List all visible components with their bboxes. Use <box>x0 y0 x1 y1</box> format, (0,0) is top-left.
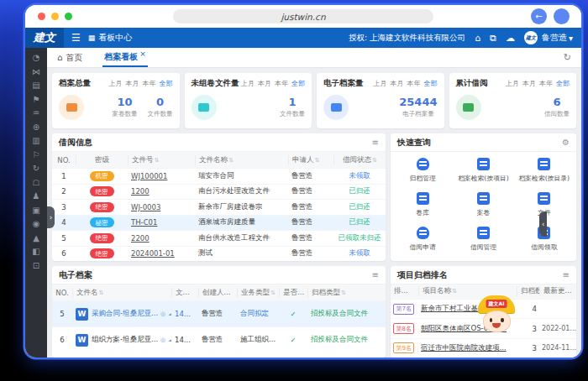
filter-last-month[interactable]: 上月 <box>109 79 123 88</box>
table-row-selected[interactable]: 4 秘密 TH-C01 酒泉城市房建质量 鲁营造 已归还 <box>52 215 386 231</box>
sort-icon[interactable]: ⇅ <box>315 157 320 164</box>
status-badge: 已归还 <box>333 202 386 212</box>
sort-icon[interactable]: ⇅ <box>99 290 104 296</box>
app-logo[interactable]: 建文 <box>25 28 64 48</box>
books-icon <box>456 95 481 120</box>
sort-icon[interactable]: ⇅ <box>155 157 160 164</box>
person-icon[interactable]: ♟ <box>33 192 40 201</box>
close-window-button[interactable] <box>38 13 45 20</box>
sort-icon[interactable]: ⇅ <box>341 290 346 296</box>
file-no-link[interactable]: 2200 <box>131 234 150 243</box>
file-name-link[interactable]: 采购合同-坦桑尼亚... <box>92 309 158 317</box>
table-row[interactable]: 2 绝密 1200 南台污水处理改造文件 鲁营造 已归还 <box>52 184 386 200</box>
filter-this-month[interactable]: 本月 <box>522 79 536 88</box>
address-bar[interactable]: justwin.cn <box>173 9 433 23</box>
cloud-icon[interactable]: ☁ <box>506 33 515 44</box>
file-no-link[interactable]: 1200 <box>131 187 150 196</box>
table-row[interactable]: 1 机密 WJ100001 瑞安市合同 鲁营造 未领取 <box>52 168 386 184</box>
sort-icon[interactable]: ⇅ <box>228 157 234 164</box>
refresh-icon[interactable]: ↻ <box>564 52 571 63</box>
menu-dashboard-center[interactable]: ▦ 看板中心 <box>88 32 133 44</box>
filter-this-year[interactable]: 本年 <box>539 79 553 88</box>
refresh-icon[interactable]: ↻ <box>33 164 39 173</box>
filter-this-year[interactable]: 本年 <box>275 79 288 88</box>
table-row[interactable]: 3 绝密 WJ-0003 新余市厂房建设卷宗 鲁营造 已归还 <box>52 199 386 215</box>
filter-last-month[interactable]: 上月 <box>241 79 255 88</box>
filter-all[interactable]: 全部 <box>291 79 305 88</box>
circle-button[interactable] <box>554 8 570 24</box>
gear-icon[interactable]: ⚙ <box>562 138 570 147</box>
share-icon[interactable]: ⋈ <box>32 68 40 76</box>
card-title: 未组卷文件量 <box>192 78 239 89</box>
panel-menu-icon[interactable]: ≡ <box>372 138 379 147</box>
filter-this-year[interactable]: 本年 <box>407 79 421 88</box>
briefcase-icon[interactable]: ▤ <box>32 81 39 90</box>
table-row[interactable]: 5 绝密 2200 南台供水改造工程文件 鲁营造 已领取未归还 <box>52 230 386 246</box>
table-row-selected[interactable]: 5 W 采购合同-坦桑尼亚... ◎☁ 14... 鲁营造 <box>52 300 386 326</box>
project-link[interactable]: 宿迁市中医院南院改建项... <box>421 343 507 352</box>
back-arrow-button[interactable]: ← <box>531 8 547 24</box>
table-row[interactable]: 6 绝密 2024001-01 测试 鲁营造 未领取 <box>52 246 386 262</box>
quick-item-search-by-catalog[interactable]: 档案检索(按目录) <box>514 154 575 188</box>
file-no-link[interactable]: WJ-0003 <box>131 203 160 211</box>
close-tab-icon[interactable]: × <box>139 50 146 58</box>
quick-item-borrow-mgmt[interactable]: 借阅管理 <box>453 222 513 256</box>
camera-icon[interactable]: ◧ <box>32 248 39 256</box>
file-no-link[interactable]: WJ100001 <box>131 172 167 180</box>
table-row[interactable]: 6 W 组织方案-坦桑尼亚... ◎☁ 14... 鲁营造 <box>52 326 386 352</box>
quick-item-archive-mgmt[interactable]: 归档管理 <box>392 154 453 188</box>
avatar[interactable]: 建文 <box>524 31 538 44</box>
hamburger-icon[interactable]: ☰ <box>71 32 81 44</box>
flag-person-icon[interactable]: ⚑ <box>33 96 40 104</box>
sort-icon[interactable]: ⇅ <box>270 290 276 296</box>
monitor-icon[interactable]: ⊡ <box>33 262 39 270</box>
tab-home[interactable]: ⌂ 首页 <box>57 52 82 64</box>
clipboard-check-icon <box>477 227 490 239</box>
droplet-icon[interactable]: ◔ <box>33 54 40 62</box>
user-menu[interactable]: 鲁营造 ▾ <box>542 32 573 44</box>
mountain-icon[interactable]: ▲ <box>33 234 39 243</box>
home-icon[interactable]: ⌂ <box>475 33 480 44</box>
file-name-link[interactable]: 组织方案-坦桑尼亚... <box>92 335 158 343</box>
globe-icon[interactable]: ⊕ <box>33 123 39 132</box>
preview-icon[interactable]: ◎ <box>160 311 168 317</box>
panel-collapse-handle[interactable]: ‹ <box>539 211 547 237</box>
zoom-window-button[interactable] <box>65 13 72 20</box>
sort-icon[interactable]: ⇅ <box>372 157 377 164</box>
idcard-icon[interactable]: ▣ <box>32 206 39 215</box>
sort-icon[interactable]: ⇅ <box>452 288 457 295</box>
panel-menu-icon[interactable]: ≡ <box>563 270 570 279</box>
flag-icon[interactable]: ⚐ <box>33 151 40 159</box>
hat-icon[interactable]: ☖ <box>33 179 40 187</box>
file-no-link[interactable]: TH-C01 <box>131 218 157 227</box>
filter-all[interactable]: 全部 <box>160 79 173 88</box>
menu-label: 看板中心 <box>98 32 132 44</box>
quick-item-borrow-apply[interactable]: 借阅申请 <box>392 222 453 256</box>
filter-all[interactable]: 全部 <box>556 79 570 88</box>
eye-icon[interactable]: ◉ <box>33 220 40 228</box>
filter-this-month[interactable]: 本月 <box>126 79 139 88</box>
quick-item-volume-library[interactable]: 卷库 <box>392 188 453 222</box>
preview-icon[interactable]: ◎ <box>160 337 168 343</box>
tab-archive-dashboard[interactable]: 档案看板 × <box>102 48 148 67</box>
filter-this-year[interactable]: 本年 <box>143 79 156 88</box>
panel-menu-icon[interactable]: ≡ <box>372 270 379 279</box>
card-title: 累计借阅 <box>456 78 488 89</box>
minimize-window-button[interactable] <box>51 13 59 20</box>
filter-this-month[interactable]: 本月 <box>258 79 271 88</box>
book-icon[interactable]: ▥ <box>32 137 39 145</box>
ai-assistant-mascot[interactable]: 建文AI <box>476 295 517 337</box>
earchive-table-header: NO. 文件名⇅ 文... 创建人... 业务类型⇅ 是否... 归档类型⇅ <box>52 284 386 300</box>
filter-last-month[interactable]: 上月 <box>506 79 519 88</box>
file-no-link[interactable]: 2024001-01 <box>131 249 175 258</box>
filter-this-month[interactable]: 本月 <box>391 79 404 88</box>
status-badge: 已归还 <box>333 186 386 196</box>
table-row[interactable]: 第9名 宿迁市中医院南院改建项... 3 2024-11... <box>391 338 576 358</box>
wifi-icon[interactable]: ♒ <box>33 109 40 117</box>
sidebar-expand-handle[interactable]: › <box>47 206 55 228</box>
quick-item-search-by-project[interactable]: 档案检索(按项目) <box>453 154 513 188</box>
quick-item-case-volume[interactable]: 案卷 <box>453 188 513 222</box>
filter-last-month[interactable]: 上月 <box>374 79 387 88</box>
sitemap-icon[interactable]: ⧉ <box>490 33 496 44</box>
filter-all[interactable]: 全部 <box>424 79 438 88</box>
